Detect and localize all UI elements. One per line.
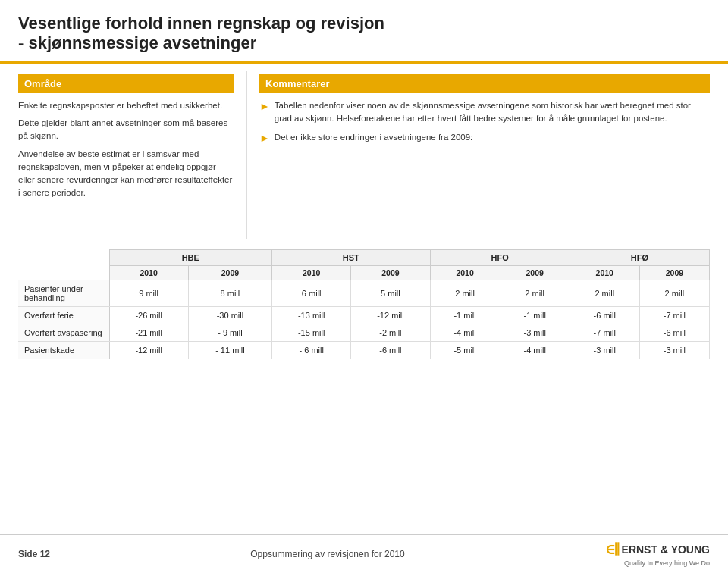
row-1-v2: -13 mill	[272, 306, 351, 324]
row-2-v2: -15 mill	[272, 324, 351, 341]
row-3-v4: -5 mill	[430, 341, 500, 359]
row-3-v1: - 11 mill	[188, 341, 271, 359]
row-2-v3: -2 mill	[351, 324, 430, 341]
footer-page: Side 12	[18, 549, 50, 559]
row-label-0: Pasienter under behandling	[18, 280, 109, 306]
empty-header	[18, 249, 109, 265]
left-para-1: Enkelte regnskapsposter er beheftet med …	[18, 99, 234, 112]
row-1-v1: -30 mill	[188, 306, 271, 324]
row-0-v0: 9 mill	[109, 280, 188, 306]
ey-tagline: Quality In Everything We Do	[624, 559, 710, 567]
ey-logo-symbol: ∈∥	[605, 541, 619, 558]
year-hbe-2010: 2010	[109, 265, 188, 280]
row-1-v0: -26 mill	[109, 306, 188, 324]
table-row: Pasienter under behandling 9 mill 8 mill…	[18, 280, 710, 306]
group-hfø: HFØ	[570, 249, 709, 265]
group-header-row: HBE HST HFO HFØ	[18, 249, 710, 265]
data-table: HBE HST HFO HFØ 2010 2009 2010 2009 2010…	[18, 249, 710, 359]
row-0-v6: 2 mill	[570, 280, 639, 306]
row-2-v5: -3 mill	[500, 324, 570, 341]
row-2-v7: -6 mill	[639, 324, 709, 341]
left-para-3: Anvendelse av beste estimat er i samsvar…	[18, 148, 234, 200]
area-header: Område	[18, 74, 234, 93]
row-3-v5: -4 mill	[500, 341, 570, 359]
row-3-v3: -6 mill	[351, 341, 430, 359]
year-hfo-2009: 2009	[500, 265, 570, 280]
row-3-v2: - 6 mill	[272, 341, 351, 359]
row-3-v7: -3 mill	[639, 341, 709, 359]
group-hfo: HFO	[430, 249, 570, 265]
row-1-v4: -1 mill	[430, 306, 500, 324]
year-hst-2009: 2009	[351, 265, 430, 280]
row-2-v1: - 9 mill	[188, 324, 271, 341]
row-1-v6: -6 mill	[570, 306, 639, 324]
year-hfø-2009: 2009	[639, 265, 709, 280]
row-1-v7: -7 mill	[639, 306, 709, 324]
footer: Side 12 Oppsummering av revisjonen for 2…	[0, 534, 728, 573]
year-hst-2010: 2010	[272, 265, 351, 280]
table-row: Overført ferie -26 mill -30 mill -13 mil…	[18, 306, 710, 324]
comment-item-2: ► Det er ikke store endringer i avsetnin…	[259, 131, 710, 146]
left-para-2: Dette gjelder blant annet avsetninger so…	[18, 117, 234, 143]
row-label-3: Pasientskade	[18, 341, 109, 359]
title-line2: - skjønnsmessige avsetninger	[18, 33, 256, 52]
row-0-v2: 6 mill	[272, 280, 351, 306]
row-0-v1: 8 mill	[188, 280, 271, 306]
table-body: Pasienter under behandling 9 mill 8 mill…	[18, 280, 710, 359]
row-0-v7: 2 mill	[639, 280, 709, 306]
comment-text-2: Det er ikke store endringer i avsetninge…	[275, 131, 472, 146]
ey-logo-text: ERNST & YOUNG	[622, 543, 710, 556]
row-2-v0: -21 mill	[109, 324, 188, 341]
footer-center-text: Oppsummering av revisjonen for 2010	[250, 549, 404, 559]
year-header-row: 2010 2009 2010 2009 2010 2009 2010 2009	[18, 265, 710, 280]
ey-logo: ∈∥ ERNST & YOUNG	[605, 541, 710, 558]
comments-header: Kommentarer	[259, 74, 710, 93]
row-3-v0: -12 mill	[109, 341, 188, 359]
left-column: Område Enkelte regnskapsposter er beheft…	[18, 71, 246, 239]
group-hbe: HBE	[109, 249, 272, 265]
group-hst: HST	[272, 249, 430, 265]
row-2-v4: -4 mill	[430, 324, 500, 341]
comment-text-1: Tabellen nedenfor viser noen av de skjøn…	[275, 99, 710, 126]
main-content: Område Enkelte regnskapsposter er beheft…	[0, 71, 728, 239]
row-1-v3: -12 mill	[351, 306, 430, 324]
page-container: Vesentlige forhold innen regnskap og rev…	[0, 0, 728, 573]
row-0-v5: 2 mill	[500, 280, 570, 306]
bullet-icon-1: ►	[259, 99, 270, 126]
footer-logo-area: ∈∥ ERNST & YOUNG Quality In Everything W…	[605, 541, 710, 567]
row-2-v6: -7 mill	[570, 324, 639, 341]
title-line1: Vesentlige forhold innen regnskap og rev…	[18, 14, 384, 33]
spacer	[0, 367, 728, 534]
page-header: Vesentlige forhold innen regnskap og rev…	[0, 0, 728, 64]
table-row: Overført avspasering -21 mill - 9 mill -…	[18, 324, 710, 341]
row-0-v3: 5 mill	[351, 280, 430, 306]
empty-year	[18, 265, 109, 280]
bullet-icon-2: ►	[259, 130, 270, 146]
row-3-v6: -3 mill	[570, 341, 639, 359]
table-section: HBE HST HFO HFØ 2010 2009 2010 2009 2010…	[0, 242, 728, 367]
year-hfo-2010: 2010	[430, 265, 500, 280]
year-hbe-2009: 2009	[188, 265, 271, 280]
row-label-2: Overført avspasering	[18, 324, 109, 341]
row-label-1: Overført ferie	[18, 306, 109, 324]
right-column: Kommentarer ► Tabellen nedenfor viser no…	[246, 71, 710, 239]
row-1-v5: -1 mill	[500, 306, 570, 324]
comment-item-1: ► Tabellen nedenfor viser noen av de skj…	[259, 99, 710, 126]
table-row: Pasientskade -12 mill - 11 mill - 6 mill…	[18, 341, 710, 359]
row-0-v4: 2 mill	[430, 280, 500, 306]
page-title: Vesentlige forhold innen regnskap og rev…	[18, 14, 710, 54]
year-hfø-2010: 2010	[570, 265, 639, 280]
